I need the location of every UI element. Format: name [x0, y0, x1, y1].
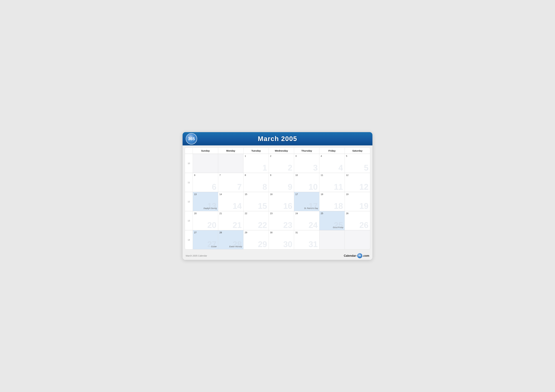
day-cell[interactable]: 2222	[243, 211, 269, 230]
day-bg-number: 31	[308, 240, 318, 248]
day-number: 18	[321, 193, 343, 196]
day-number: 7	[219, 174, 242, 176]
day-cell[interactable]: 3131	[294, 230, 319, 249]
day-number: 1	[245, 155, 267, 157]
day-cell[interactable]: 2626	[345, 211, 370, 230]
week-number: 12	[185, 192, 193, 211]
day-bg-number: 29	[258, 240, 267, 248]
event-label: Good Friday	[321, 226, 343, 229]
day-cell[interactable]	[218, 154, 243, 173]
day-bg-number: 16	[283, 202, 292, 210]
day-bg-number: 23	[283, 221, 292, 229]
day-cell[interactable]: 1111	[319, 173, 345, 192]
header-tuesday: Tuesday	[243, 148, 269, 154]
day-bg-number: 4	[338, 164, 343, 172]
day-bg-number: 2	[288, 164, 292, 172]
day-cell[interactable]: 1717St. Patrick's Day	[294, 192, 319, 211]
day-bg-number: 22	[258, 221, 267, 229]
day-cell[interactable]: 22	[269, 154, 294, 173]
day-cell[interactable]: 1616	[269, 192, 294, 211]
event-label: Easter Monday	[219, 245, 242, 248]
day-bg-number: 20	[207, 221, 216, 229]
day-cell[interactable]: 3030	[269, 230, 294, 249]
header-title: March 2005	[258, 135, 297, 143]
day-cell[interactable]: 33	[294, 154, 319, 173]
day-bg-number: 6	[212, 183, 216, 191]
day-bg-number: 18	[334, 202, 343, 210]
week-num-header	[185, 148, 193, 154]
day-cell[interactable]: 1515	[243, 192, 269, 211]
header-friday: Friday	[319, 148, 345, 154]
day-cell[interactable]: 2525Good Friday	[319, 211, 345, 230]
day-bg-number: 9	[288, 183, 292, 191]
day-number: 9	[270, 174, 293, 176]
day-cell[interactable]: 88	[243, 173, 269, 192]
day-cell[interactable]: 1010	[294, 173, 319, 192]
day-cell[interactable]	[319, 230, 345, 249]
day-cell[interactable]: 2727Easter	[193, 230, 218, 249]
day-bg-number: 21	[233, 221, 242, 229]
day-cell[interactable]: 2828Easter Monday	[218, 230, 243, 249]
day-cell[interactable]: 66	[193, 173, 218, 192]
day-cell[interactable]: 1919	[345, 192, 370, 211]
calendar-footer: March 2005 Calendar Calendar- 365 .com	[183, 251, 372, 260]
day-cell[interactable]	[193, 154, 218, 173]
calendar-container: 365 March 2005 Sunday Monday Tuesday Wed…	[183, 132, 372, 260]
day-cell[interactable]: 99	[269, 173, 294, 192]
day-bg-number: 12	[359, 183, 368, 191]
day-bg-number: 14	[233, 202, 242, 210]
day-number: 29	[245, 231, 267, 234]
event-label: Daylight Saving	[194, 207, 217, 210]
day-cell[interactable]: 77	[218, 173, 243, 192]
day-number: 14	[219, 193, 242, 196]
calendar-grid: 1011223344551166778899101011111212121313…	[185, 154, 370, 249]
day-number: 31	[295, 231, 318, 234]
header-wednesday: Wednesday	[269, 148, 294, 154]
day-bg-number: 10	[308, 183, 318, 191]
day-bg-number: 26	[359, 221, 368, 229]
day-cell[interactable]: 1212	[345, 173, 370, 192]
calendar-header: 365 March 2005	[183, 132, 372, 145]
day-number: 5	[346, 155, 369, 157]
day-cell[interactable]: 1414	[218, 192, 243, 211]
day-cell[interactable]: 2424	[294, 211, 319, 230]
day-cell[interactable]: 55	[345, 154, 370, 173]
day-number: 26	[346, 212, 369, 215]
day-number: 23	[270, 212, 293, 215]
day-cell[interactable]: 44	[319, 154, 345, 173]
day-number: 17	[295, 193, 318, 196]
header-sunday: Sunday	[193, 148, 218, 154]
day-bg-number: 11	[334, 183, 343, 191]
day-number: 25	[321, 212, 343, 215]
day-cell[interactable]: 2121	[218, 211, 243, 230]
day-cell[interactable]: 2020	[193, 211, 218, 230]
header-monday: Monday	[218, 148, 243, 154]
footer-brand-suffix: .com	[363, 254, 369, 257]
day-headers: Sunday Monday Tuesday Wednesday Thursday…	[185, 148, 370, 154]
day-number: 2	[270, 155, 293, 157]
day-cell[interactable]	[345, 230, 370, 249]
calendar-row: 101122334455	[185, 154, 370, 173]
day-number: 30	[270, 231, 293, 234]
day-cell[interactable]: 2929	[243, 230, 269, 249]
day-cell[interactable]: 1818	[319, 192, 345, 211]
footer-left-text: March 2005 Calendar	[186, 255, 207, 257]
day-bg-number: 30	[283, 240, 292, 248]
day-number: 21	[219, 212, 242, 215]
day-number: 28	[219, 231, 242, 234]
week-number: 11	[185, 173, 193, 192]
day-number: 24	[295, 212, 318, 215]
day-cell[interactable]: 1313Daylight Saving	[193, 192, 218, 211]
day-number: 8	[245, 174, 267, 176]
day-bg-number: 15	[258, 202, 267, 210]
day-cell[interactable]: 11	[243, 154, 269, 173]
header-saturday: Saturday	[345, 148, 370, 154]
logo-badge: 365	[186, 133, 197, 144]
day-number: 20	[194, 212, 217, 215]
footer-brand-prefix: Calendar-	[344, 254, 357, 257]
header-thursday: Thursday	[294, 148, 319, 154]
day-number: 15	[245, 193, 267, 196]
day-cell[interactable]: 2323	[269, 211, 294, 230]
day-bg-number: 1	[263, 164, 267, 172]
day-bg-number: 19	[359, 202, 368, 210]
